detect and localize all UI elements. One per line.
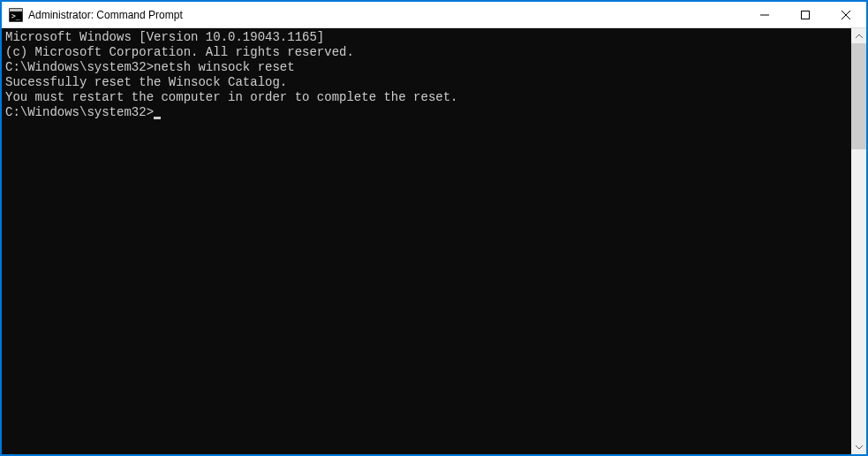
- terminal-line: (c) Microsoft Corporation. All rights re…: [5, 45, 848, 60]
- window-controls: [744, 2, 866, 27]
- window-title: Administrator: Command Prompt: [28, 9, 744, 21]
- svg-rect-4: [802, 11, 810, 19]
- scroll-down-button[interactable]: [851, 439, 866, 454]
- terminal-line: Sucessfully reset the Winsock Catalog.: [5, 75, 848, 90]
- maximize-icon: [801, 11, 810, 19]
- titlebar[interactable]: >_ Administrator: Command Prompt: [2, 2, 866, 28]
- scrollbar[interactable]: [851, 28, 866, 454]
- close-button[interactable]: [826, 2, 866, 27]
- svg-rect-1: [10, 9, 22, 11]
- terminal-line: C:\Windows\system32>netsh winsock reset: [5, 60, 848, 75]
- cmd-icon: >_: [9, 8, 23, 22]
- terminal-prompt: C:\Windows\system32>: [5, 105, 154, 119]
- scroll-up-button[interactable]: [851, 28, 866, 43]
- chevron-down-icon: [856, 444, 863, 451]
- maximize-button[interactable]: [785, 2, 826, 27]
- terminal[interactable]: Microsoft Windows [Version 10.0.19043.11…: [2, 28, 851, 454]
- chevron-up-icon: [856, 33, 863, 40]
- minimize-icon: [760, 11, 769, 19]
- svg-text:>_: >_: [11, 12, 20, 20]
- terminal-line: Microsoft Windows [Version 10.0.19043.11…: [5, 30, 848, 45]
- close-icon: [842, 11, 850, 19]
- terminal-prompt-line: C:\Windows\system32>: [5, 105, 848, 120]
- scroll-thumb[interactable]: [851, 43, 866, 149]
- scroll-track[interactable]: [851, 43, 866, 439]
- minimize-button[interactable]: [744, 2, 785, 27]
- terminal-area: Microsoft Windows [Version 10.0.19043.11…: [2, 28, 866, 454]
- terminal-line: You must restart the computer in order t…: [5, 90, 848, 105]
- window: >_ Administrator: Command Prompt: [1, 1, 867, 455]
- cursor: [154, 117, 161, 119]
